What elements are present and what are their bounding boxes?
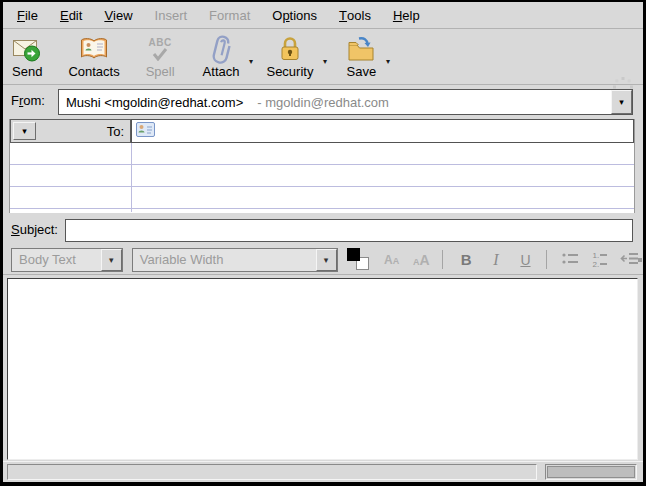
security-lock-icon <box>278 34 302 64</box>
menu-edit[interactable]: Edit <box>49 2 93 28</box>
addressing-area: ▾ To: <box>9 119 635 213</box>
numbered-list-icon: 1. 2. <box>593 252 608 268</box>
bullet-list-button[interactable] <box>557 248 584 272</box>
font-value: Variable Width <box>133 249 316 271</box>
contact-card-icon <box>136 122 155 140</box>
contacts-button-label: Contacts <box>68 64 119 79</box>
contacts-icon <box>79 34 109 64</box>
from-identity-address: - mgoldin@redhat.com <box>257 95 389 110</box>
chevron-down-icon: ▾ <box>324 255 329 265</box>
toolbar-separator <box>442 250 443 269</box>
recipient-empty-row[interactable] <box>10 143 634 165</box>
security-dropdown-arrow-icon[interactable]: ▾ <box>320 57 329 66</box>
recipient-type-dropdown-button[interactable]: ▾ <box>13 122 36 140</box>
paragraph-style-value: Body Text <box>12 249 101 271</box>
spell-button-label: Spell <box>146 64 175 79</box>
italic-button[interactable]: I <box>482 248 509 272</box>
security-button-label: Security <box>266 64 313 79</box>
increase-font-size-button[interactable]: AA <box>408 248 435 272</box>
recipient-type-selector[interactable]: ▾ To: <box>10 119 131 143</box>
menu-tools[interactable]: Tools <box>328 2 382 28</box>
bold-button[interactable]: B <box>453 248 480 272</box>
text-color-picker[interactable] <box>347 248 371 272</box>
toolbar-separator <box>546 250 547 269</box>
subject-label: Subject: <box>11 222 58 237</box>
save-dropdown-arrow-icon[interactable]: ▾ <box>383 57 392 66</box>
attach-button-label: Attach <box>203 64 240 79</box>
send-button[interactable]: Send <box>5 33 49 80</box>
from-dropdown-button[interactable]: ▾ <box>611 90 632 114</box>
menu-options[interactable]: Options <box>261 2 328 28</box>
indent-icon[interactable] <box>638 258 642 262</box>
spell-button[interactable]: ABC Spell <box>139 33 182 80</box>
security-button[interactable]: Security <box>259 33 320 80</box>
chevron-down-icon: ▾ <box>109 255 114 265</box>
menu-format[interactable]: Format <box>198 2 261 28</box>
font-increase-icon: AA <box>413 252 430 268</box>
from-identity-value: Mushi <mgoldin@redhat.com> <box>66 95 243 110</box>
status-bar <box>3 461 643 482</box>
recipient-empty-row[interactable] <box>10 165 634 187</box>
save-button[interactable]: Save <box>339 33 383 80</box>
send-button-label: Send <box>12 64 42 79</box>
chevron-down-icon: ▾ <box>619 97 624 107</box>
message-body-editor[interactable] <box>7 278 638 460</box>
outdent-icon <box>620 251 639 269</box>
status-message-panel <box>7 464 537 480</box>
chevron-down-icon: ▾ <box>22 126 27 136</box>
compose-mail-window: File Edit View Insert Format Options Too… <box>0 0 646 486</box>
paragraph-style-select[interactable]: Body Text ▾ <box>11 248 123 272</box>
numbered-list-button[interactable]: 1. 2. <box>587 248 614 272</box>
progress-bar-track <box>547 466 635 478</box>
menu-view[interactable]: View <box>93 2 143 28</box>
font-select[interactable]: Variable Width ▾ <box>132 248 338 272</box>
subject-input[interactable] <box>65 219 633 242</box>
recipient-address-input[interactable] <box>131 119 634 143</box>
main-toolbar: Send Contacts ABC <box>3 30 643 85</box>
from-identity-select[interactable]: Mushi <mgoldin@redhat.com> - mgoldin@red… <box>58 89 633 115</box>
send-icon <box>12 34 42 64</box>
bullet-list-icon <box>561 251 579 269</box>
font-decrease-icon: AA <box>384 253 399 267</box>
recipient-type-label: To: <box>36 124 127 139</box>
underline-button[interactable]: U <box>512 248 539 272</box>
attach-button[interactable]: Attach <box>196 33 247 80</box>
save-button-label: Save <box>347 64 377 79</box>
recipient-empty-row[interactable] <box>10 187 634 209</box>
progress-bar <box>545 464 637 480</box>
contacts-button[interactable]: Contacts <box>61 33 126 80</box>
menubar: File Edit View Insert Format Options Too… <box>3 2 643 29</box>
menu-file[interactable]: File <box>6 2 49 28</box>
addressing-column-divider <box>131 143 132 212</box>
foreground-color-swatch <box>347 248 360 261</box>
attach-icon <box>208 34 234 64</box>
font-dropdown-button[interactable]: ▾ <box>316 249 337 271</box>
decrease-font-size-button[interactable]: AA <box>378 248 405 272</box>
from-row: From: Mushi <mgoldin@redhat.com> - mgold… <box>3 88 643 116</box>
from-label: From: <box>11 93 45 108</box>
spell-check-icon: ABC <box>149 34 172 64</box>
recipient-row: ▾ To: <box>10 119 634 143</box>
menu-insert[interactable]: Insert <box>144 2 199 28</box>
format-toolbar: Body Text ▾ Variable Width ▾ AA AA B I U <box>3 245 643 275</box>
recipient-empty-rows <box>10 143 634 212</box>
menu-help[interactable]: Help <box>382 2 431 28</box>
paragraph-style-dropdown-button[interactable]: ▾ <box>101 249 122 271</box>
attach-dropdown-arrow-icon[interactable]: ▾ <box>246 57 255 66</box>
subject-row: Subject: <box>3 217 643 244</box>
save-icon <box>346 34 376 64</box>
